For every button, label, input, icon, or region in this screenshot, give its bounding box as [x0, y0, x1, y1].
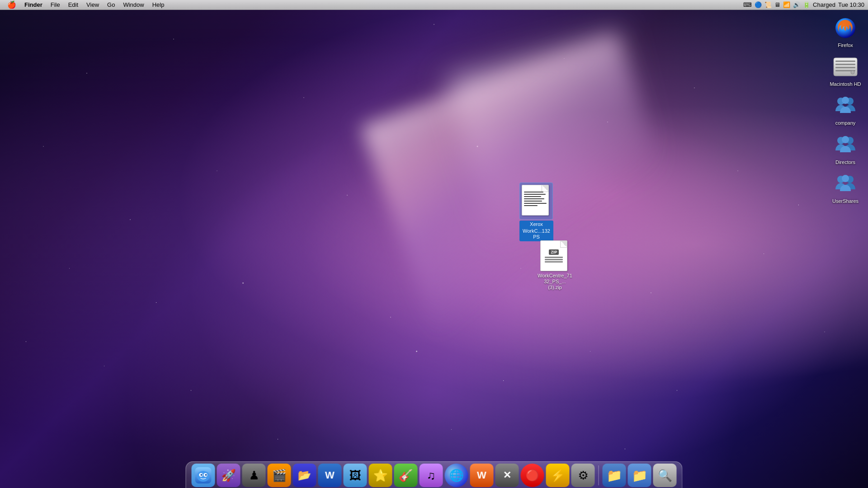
menu-edit[interactable]: Edit — [65, 0, 82, 9]
dock-item-globe[interactable]: 🌐 — [445, 464, 468, 487]
dock-item-word[interactable]: W — [318, 464, 342, 487]
dock-item-yellow[interactable]: ⚡ — [546, 464, 570, 487]
menubar-battery-icon[interactable]: 🔋 — [803, 1, 810, 8]
svg-rect-2 — [835, 61, 855, 62]
menu-window[interactable]: Window — [119, 0, 147, 9]
spotlight-emoji: 🔍 — [658, 469, 672, 483]
dock-separator — [599, 465, 599, 485]
zip-label-line2: 32_PS_...(3).zip — [538, 279, 572, 291]
zip-label-line1: WorkCentre_71 — [538, 273, 572, 279]
dock-item-launchpad[interactable]: 🚀 — [217, 464, 241, 487]
menu-go[interactable]: Go — [104, 0, 118, 9]
usershares-icon-img — [833, 171, 858, 197]
dock-item-spotlight[interactable]: 🔍 — [653, 464, 677, 487]
xerox-doc-page — [522, 185, 549, 216]
menubar-bluetooth-icon[interactable]: 🔵 — [755, 1, 762, 8]
zip-badge: ZIP — [549, 249, 559, 255]
dock-icon-star: ⭐ — [369, 464, 392, 487]
svg-rect-1 — [834, 58, 857, 76]
company-icon-label: company — [835, 120, 856, 126]
xerox-label-line1: Xerox — [521, 221, 552, 228]
itunes-emoji: ♫ — [427, 469, 436, 483]
x-label: ✕ — [503, 469, 511, 481]
dock-item-vlc[interactable]: 🎬 — [268, 464, 291, 487]
dock-icon-guitar: 🎸 — [394, 464, 418, 487]
dock-icon-yellow: ⚡ — [546, 464, 570, 487]
dock-icon-blue-app: 📂 — [293, 464, 316, 487]
dock-icon-chess: ♟ — [242, 464, 266, 487]
dock-icon-vlc: 🎬 — [268, 464, 291, 487]
desktop-icons-right: Firefox — [827, 14, 863, 206]
menubar: 🍎 Finder File Edit View Go Window Help ⌨… — [0, 0, 868, 10]
dock-icon-folder1: 📁 — [603, 464, 626, 487]
desktop-icon-usershares[interactable]: UserShares — [827, 169, 863, 206]
dock-item-finder[interactable] — [192, 464, 215, 487]
menu-view[interactable]: View — [83, 0, 103, 9]
folder1-emoji: 📁 — [606, 468, 622, 483]
word-label: W — [325, 469, 335, 481]
menubar-time[interactable]: Tue 10:30 — [838, 1, 864, 8]
dock-item-orange-w[interactable]: W — [470, 464, 494, 487]
dock-item-chess[interactable]: ♟ — [242, 464, 266, 487]
dock-item-grey[interactable]: ⚙ — [571, 464, 595, 487]
dock-icon-orange-w: W — [470, 464, 494, 487]
yellow-emoji: ⚡ — [551, 469, 565, 483]
grey-emoji: ⚙ — [578, 469, 588, 483]
menu-finder[interactable]: Finder — [21, 0, 46, 9]
dock-item-x[interactable]: ✕ — [495, 464, 519, 487]
menubar-wifi-icon[interactable]: 📶 — [783, 1, 790, 8]
desktop-icon-macintosh-hd[interactable]: Macintosh HD — [827, 52, 863, 89]
menubar-left: 🍎 Finder File Edit View Go Window Help — [4, 0, 168, 9]
dock: 🚀 ♟ 🎬 📂 W — [186, 461, 683, 488]
svg-point-17 — [197, 471, 210, 482]
xerox-doc-icon — [522, 185, 551, 217]
desktop-icon-directors[interactable]: Directors — [827, 131, 863, 167]
dock-icon-folder2: 📁 — [628, 464, 651, 487]
desktop-file-xerox-ps[interactable]: Xerox WorkC...132 PS — [518, 181, 555, 243]
preview-emoji: 🖼 — [349, 469, 361, 483]
apple-menu[interactable]: 🍎 — [4, 0, 20, 9]
svg-rect-4 — [835, 67, 855, 68]
xerox-file-selection-bg — [519, 183, 553, 220]
menubar-network-icon[interactable]: ⌨ — [743, 1, 752, 8]
xerox-label-bg: Xerox WorkC...132 PS — [519, 221, 553, 241]
desktop-icon-company[interactable]: company — [827, 91, 863, 128]
menubar-volume-icon[interactable]: 🔊 — [793, 1, 800, 8]
firefox-svg — [834, 16, 857, 40]
desktop-file-workcentre-zip[interactable]: ZIP WorkCentre_71 32_PS_...(3).zip — [536, 239, 574, 293]
menubar-script-icon[interactable]: 📜 — [764, 1, 772, 8]
svg-point-15 — [842, 175, 849, 182]
svg-point-12 — [842, 136, 849, 143]
dock-item-folder2[interactable]: 📁 — [628, 464, 651, 487]
launchpad-emoji: 🚀 — [222, 469, 236, 483]
aurora-effect — [0, 0, 868, 488]
dock-icon-itunes: ♫ — [420, 464, 443, 487]
usershares-people-svg — [834, 172, 857, 196]
red-emoji: 🔴 — [526, 469, 539, 482]
dock-item-folder1[interactable]: 📁 — [603, 464, 626, 487]
svg-point-21 — [205, 474, 207, 476]
dock-icon-spotlight: 🔍 — [653, 464, 677, 487]
dock-item-itunes[interactable]: ♫ — [420, 464, 443, 487]
zip-doc-icon: ZIP — [540, 240, 569, 273]
menubar-right: ⌨ 🔵 📜 🖥 📶 🔊 🔋 Charged Tue 10:30 — [743, 1, 864, 8]
menu-help[interactable]: Help — [149, 0, 168, 9]
company-people-svg — [834, 94, 857, 117]
orange-w-label: W — [477, 469, 486, 481]
dock-item-blue-app[interactable]: 📂 — [293, 464, 316, 487]
dock-icon-x: ✕ — [495, 464, 519, 487]
dock-item-preview[interactable]: 🖼 — [344, 464, 367, 487]
dock-icon-word: W — [318, 464, 342, 487]
dock-item-star[interactable]: ⭐ — [369, 464, 392, 487]
menu-file[interactable]: File — [47, 0, 64, 9]
dock-item-red[interactable]: 🔴 — [521, 464, 544, 487]
zip-stripe-1 — [545, 257, 563, 258]
zip-stripes — [545, 257, 563, 263]
dock-item-guitar[interactable]: 🎸 — [394, 464, 418, 487]
menubar-display-icon[interactable]: 🖥 — [774, 1, 780, 8]
desktop-icon-firefox[interactable]: Firefox — [827, 14, 863, 50]
guitar-emoji: 🎸 — [399, 469, 413, 483]
firefox-icon-label: Firefox — [838, 42, 853, 48]
company-icon-img — [833, 93, 858, 118]
dock-icon-finder — [192, 464, 215, 487]
